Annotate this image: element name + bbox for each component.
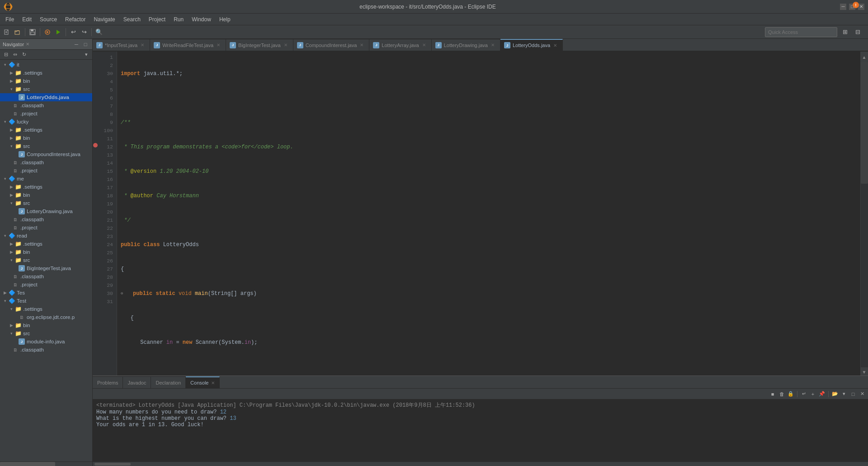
tree-item-read[interactable]: ▾ 🔷 read	[0, 232, 92, 240]
tree-arrow-read-src[interactable]: ▾	[8, 258, 14, 262]
minimize-button[interactable]: ─	[840, 4, 846, 10]
bottom-horizontal-scrollbar[interactable]	[93, 461, 868, 466]
tree-item-Test-classpath[interactable]: 🗎 .classpath	[0, 346, 92, 354]
quick-access-input[interactable]	[768, 29, 834, 35]
minimap-scroll-up[interactable]: ▲	[861, 53, 868, 61]
tree-arrow-Test-bin[interactable]: ▶	[8, 323, 14, 328]
navigator-tree[interactable]: ▾ 🔷 it ▶ 📁 .settings ▶ 📁 bin ▾ 📁 src	[0, 60, 92, 461]
menu-refactor[interactable]: Refactor	[61, 15, 89, 24]
console-pin-button[interactable]: 📌	[818, 390, 826, 398]
tree-item-it-src[interactable]: ▾ 📁 src	[0, 85, 92, 93]
tree-arrow-Test-settings[interactable]: ▾	[8, 307, 14, 311]
tree-arrow-me-settings[interactable]: ▶	[8, 185, 14, 189]
tab-lotteryodds[interactable]: J LotteryOdds.java ✕	[500, 39, 563, 51]
tab-console[interactable]: Console ✕	[186, 376, 220, 388]
menu-run[interactable]: Run	[170, 15, 187, 24]
tab-inputtest[interactable]: J *InputTest.java ✕	[93, 39, 150, 51]
save-button[interactable]	[28, 27, 38, 37]
tree-arrow-it-settings[interactable]: ▶	[8, 71, 14, 75]
tree-item-me-lotterydrawing[interactable]: J LotteryDrawing.java	[0, 207, 92, 215]
tree-arrow-me-src[interactable]: ▾	[8, 201, 14, 205]
tree-item-read-bigint[interactable]: J BigIntegerTest.java	[0, 264, 92, 272]
tree-arrow-me-bin[interactable]: ▶	[8, 193, 14, 197]
tab-close-bigintegertest[interactable]: ✕	[283, 42, 288, 48]
tree-arrow-read-settings[interactable]: ▶	[8, 242, 14, 246]
tree-arrow-Test-src[interactable]: ▾	[8, 331, 14, 336]
open-button[interactable]	[13, 27, 23, 37]
tree-arrow-lucky[interactable]: ▾	[2, 119, 8, 124]
navigator-maximize-button[interactable]: □	[81, 40, 90, 48]
tab-close-inputtest[interactable]: ✕	[140, 42, 145, 48]
tab-close-writereadfile[interactable]: ✕	[216, 42, 221, 48]
nav-collapse-all-button[interactable]: ⊟	[2, 51, 10, 59]
tree-item-lucky-classpath[interactable]: 🗎 .classpath	[0, 158, 92, 166]
console-open-file-button[interactable]: 📂	[831, 390, 839, 398]
tree-arrow-me[interactable]: ▾	[2, 176, 8, 181]
menu-search[interactable]: Search	[120, 15, 144, 24]
console-new-page-button[interactable]: +	[809, 390, 817, 398]
console-scroll-lock-button[interactable]: 🔒	[787, 390, 795, 398]
tree-item-Tes[interactable]: ▶ 🔷 Tes	[0, 289, 92, 297]
tab-declaration[interactable]: Declaration	[151, 376, 186, 388]
undo-button[interactable]: ↩	[68, 27, 78, 37]
search-toolbar-button[interactable]: 🔍	[94, 27, 104, 37]
menu-file[interactable]: File	[2, 15, 18, 24]
console-terminate-button[interactable]: ■	[769, 390, 777, 398]
open-perspective-button[interactable]: ⊞	[840, 27, 850, 37]
tree-arrow-it-bin[interactable]: ▶	[8, 79, 14, 83]
tree-item-Test[interactable]: ▾ 🔷 Test	[0, 297, 92, 305]
console-expand-button[interactable]: □	[849, 390, 857, 398]
tree-item-it-bin[interactable]: ▶ 📁 bin	[0, 77, 92, 85]
tree-arrow-lucky-src[interactable]: ▾	[8, 144, 14, 148]
run-button[interactable]	[53, 27, 63, 37]
nav-sync-button[interactable]: ↻	[20, 51, 28, 59]
tree-arrow-read-bin[interactable]: ▶	[8, 250, 14, 254]
menu-window[interactable]: Window	[188, 15, 215, 24]
tab-close-lotterydrawing[interactable]: ✕	[490, 42, 495, 48]
tab-close-lotteryodds[interactable]: ✕	[552, 43, 558, 48]
tree-item-lucky-bin[interactable]: ▶ 📁 bin	[0, 134, 92, 142]
console-clear-button[interactable]: 🗑	[778, 390, 786, 398]
tree-item-lucky-settings[interactable]: ▶ 📁 .settings	[0, 126, 92, 134]
quick-access-box[interactable]	[765, 27, 837, 37]
tree-item-read-settings[interactable]: ▶ 📁 .settings	[0, 240, 92, 248]
redo-button[interactable]: ↪	[79, 27, 89, 37]
tab-lotterydrawing[interactable]: J LotteryDrawing.java ✕	[432, 39, 500, 51]
tree-item-read-src[interactable]: ▾ 📁 src	[0, 256, 92, 264]
tree-item-lucky-src[interactable]: ▾ 📁 src	[0, 142, 92, 150]
tab-close-lotteryarray[interactable]: ✕	[421, 42, 427, 48]
tree-item-me-src[interactable]: ▾ 📁 src	[0, 199, 92, 207]
tab-javadoc[interactable]: Javadoc	[123, 376, 151, 388]
code-content[interactable]: import java.util.*; /** * This program d…	[117, 52, 860, 376]
navigator-minimize-button[interactable]: ─	[72, 40, 80, 48]
tree-item-it[interactable]: ▾ 🔷 it	[0, 61, 92, 69]
close-button[interactable]: ✕	[858, 4, 864, 10]
tab-compoundinterest[interactable]: J CompoundInterest.java ✕	[293, 39, 370, 51]
tree-item-Test-src[interactable]: ▾ 📁 src	[0, 329, 92, 338]
tree-item-it-project[interactable]: 🗎 .project	[0, 109, 92, 118]
menu-edit[interactable]: Edit	[19, 15, 35, 24]
tree-item-lucky-compound[interactable]: J CompoundInterest.java	[0, 150, 92, 158]
new-view-button[interactable]: ⊟	[853, 27, 863, 37]
console-word-wrap-button[interactable]: ↵	[800, 390, 808, 398]
tree-item-Test-org[interactable]: 🗎 org.eclipse.jdt.core.p	[0, 313, 92, 321]
tree-item-Test-settings[interactable]: ▾ 📁 .settings	[0, 305, 92, 313]
tree-item-read-project[interactable]: 🗎 .project	[0, 281, 92, 289]
menu-navigate[interactable]: Navigate	[90, 15, 118, 24]
console-collapse-button[interactable]: ▾	[840, 390, 848, 398]
tab-close-console[interactable]: ✕	[211, 380, 215, 385]
tab-bigintegertest[interactable]: J BigIntegerTest.java ✕	[226, 39, 293, 51]
tree-item-it-settings[interactable]: ▶ 📁 .settings	[0, 69, 92, 77]
tree-item-me[interactable]: ▾ 🔷 me	[0, 175, 92, 183]
tree-item-me-settings[interactable]: ▶ 📁 .settings	[0, 183, 92, 191]
tree-item-Test-bin[interactable]: ▶ 📁 bin	[0, 321, 92, 329]
tree-item-lucky-project[interactable]: 🗎 .project	[0, 166, 92, 175]
tree-item-me-bin[interactable]: ▶ 📁 bin	[0, 191, 92, 199]
tree-item-me-project[interactable]: 🗎 .project	[0, 223, 92, 232]
tab-problems[interactable]: Problems	[93, 376, 123, 388]
tree-item-me-classpath[interactable]: 🗎 .classpath	[0, 215, 92, 223]
tree-arrow-Test[interactable]: ▾	[2, 299, 8, 303]
tree-item-read-bin[interactable]: ▶ 📁 bin	[0, 248, 92, 256]
tree-arrow-it[interactable]: ▾	[2, 62, 8, 67]
tree-item-Test-module[interactable]: J module-info.java	[0, 338, 92, 346]
